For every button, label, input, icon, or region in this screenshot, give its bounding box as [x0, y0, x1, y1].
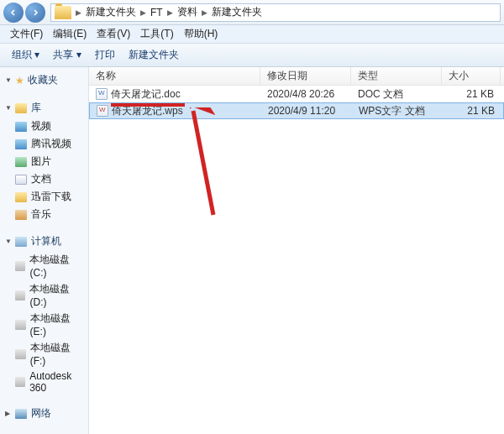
file-row[interactable]: 倚天屠龙记.doc2020/4/8 20:26DOC 文档21 KB — [89, 86, 504, 102]
breadcrumb-segment[interactable]: 资料 — [174, 5, 201, 19]
network-icon — [15, 409, 27, 419]
sidebar-item-label: 图片 — [31, 154, 51, 169]
chevron-down-icon: ▼ — [5, 76, 12, 84]
file-size-cell: 21 KB — [443, 105, 501, 117]
annotation-arrow-icon — [190, 107, 223, 217]
sidebar-item-label: 本地磁盘 (D:) — [29, 282, 83, 308]
item-icon — [15, 175, 27, 185]
sidebar-item[interactable]: 文档 — [0, 170, 88, 188]
column-name[interactable]: 名称 — [89, 67, 260, 85]
sidebar-drive-item[interactable]: 本地磁盘 (C:) — [0, 251, 88, 280]
sidebar-item-label: 本地磁盘 (C:) — [29, 253, 83, 279]
file-size-cell: 21 KB — [442, 88, 501, 100]
file-name-cell: 倚天屠龙记.doc — [89, 87, 260, 102]
sidebar-item-label: 音乐 — [31, 207, 51, 222]
disk-icon — [15, 349, 26, 359]
chevron-right-icon: ▶ — [75, 8, 82, 17]
sidebar-item-label: 视频 — [31, 119, 51, 133]
menu-tools[interactable]: 工具(T) — [135, 27, 178, 41]
sidebar: ▼ ★ 收藏夹 ▼ 库 视频腾讯视频图片文档迅雷下载音乐 ▼ 计算机 本地磁盘 … — [0, 67, 89, 434]
annotation-underline — [111, 103, 185, 107]
toolbar: 组织 ▾ 共享 ▾ 打印 新建文件夹 — [0, 44, 504, 67]
column-size[interactable]: 大小 — [442, 67, 501, 85]
disk-icon — [15, 261, 25, 271]
sidebar-item[interactable]: 视频 — [0, 118, 88, 135]
sidebar-drive-item[interactable]: Autodesk 360 — [0, 369, 88, 395]
menu-edit[interactable]: 编辑(E) — [48, 27, 92, 41]
menu-file[interactable]: 文件(F) — [5, 27, 48, 41]
sidebar-item-label: 本地磁盘 (F:) — [30, 341, 83, 367]
item-icon — [15, 139, 27, 149]
column-type[interactable]: 类型 — [351, 67, 442, 85]
file-date-cell: 2020/4/8 20:26 — [260, 88, 351, 100]
sidebar-item[interactable]: 音乐 — [0, 206, 88, 223]
menu-bar: 文件(F) 编辑(E) 查看(V) 工具(T) 帮助(H) — [0, 25, 504, 44]
file-date-cell: 2020/4/9 11:20 — [261, 105, 352, 117]
sidebar-item-label: 腾讯视频 — [31, 137, 71, 151]
sidebar-item[interactable]: 迅雷下载 — [0, 188, 88, 206]
column-date[interactable]: 修改日期 — [260, 67, 351, 85]
item-icon — [15, 157, 27, 167]
sidebar-item[interactable]: 腾讯视频 — [0, 135, 88, 153]
nav-forward-button[interactable] — [25, 3, 45, 23]
toolbar-organize[interactable]: 组织 ▾ — [5, 48, 46, 62]
chevron-right-icon: ▶ — [5, 410, 12, 417]
sidebar-favorites-label: 收藏夹 — [28, 73, 58, 87]
chevron-down-icon: ▼ — [5, 104, 12, 112]
file-list-pane: 名称 修改日期 类型 大小 倚天屠龙记.doc2020/4/8 20:26DOC… — [89, 67, 504, 434]
toolbar-print[interactable]: 打印 — [88, 48, 122, 62]
toolbar-share[interactable]: 共享 ▾ — [46, 48, 87, 62]
sidebar-computer-label: 计算机 — [31, 234, 61, 248]
breadcrumb-segment[interactable]: FT — [147, 7, 166, 18]
sidebar-drive-item[interactable]: 本地磁盘 (E:) — [0, 310, 88, 339]
breadcrumb-segment[interactable]: 新建文件夹 — [208, 5, 265, 19]
sidebar-favorites[interactable]: ▼ ★ 收藏夹 — [0, 71, 88, 90]
folder-icon — [55, 6, 71, 19]
nav-back-button[interactable] — [3, 3, 24, 23]
sidebar-item-label: 本地磁盘 (E:) — [30, 311, 83, 337]
file-icon — [96, 88, 108, 100]
menu-help[interactable]: 帮助(H) — [179, 27, 223, 41]
chevron-right-icon: ▶ — [166, 8, 174, 17]
file-icon — [97, 105, 108, 117]
breadcrumb-bar: ▶ 新建文件夹 ▶ FT ▶ 资料 ▶ 新建文件夹 — [0, 0, 504, 25]
file-type-cell: DOC 文档 — [351, 87, 442, 102]
sidebar-network[interactable]: ▶ 网络 — [0, 404, 88, 423]
disk-icon — [15, 377, 25, 387]
sidebar-drive-item[interactable]: 本地磁盘 (D:) — [0, 280, 88, 310]
item-icon — [15, 122, 27, 132]
sidebar-drive-item[interactable]: 本地磁盘 (F:) — [0, 339, 88, 369]
disk-icon — [15, 290, 25, 301]
breadcrumb-path[interactable]: ▶ 新建文件夹 ▶ FT ▶ 资料 ▶ 新建文件夹 — [50, 3, 501, 22]
chevron-down-icon: ▼ — [5, 238, 12, 245]
star-icon: ★ — [15, 75, 24, 86]
svg-line-0 — [193, 111, 213, 215]
disk-icon — [15, 320, 26, 330]
column-headers: 名称 修改日期 类型 大小 — [89, 67, 504, 86]
main-area: ▼ ★ 收藏夹 ▼ 库 视频腾讯视频图片文档迅雷下载音乐 ▼ 计算机 本地磁盘 … — [0, 67, 504, 434]
sidebar-item[interactable]: 图片 — [0, 153, 88, 170]
item-icon — [15, 210, 27, 220]
sidebar-item-label: Autodesk 360 — [29, 370, 83, 394]
file-name-label: 倚天屠龙记.doc — [111, 87, 181, 102]
library-icon — [15, 103, 27, 113]
computer-icon — [15, 237, 27, 247]
breadcrumb-segment[interactable]: 新建文件夹 — [82, 5, 139, 19]
file-type-cell: WPS文字 文档 — [352, 104, 443, 118]
sidebar-item-label: 迅雷下载 — [31, 190, 71, 204]
menu-view[interactable]: 查看(V) — [92, 27, 135, 41]
chevron-right-icon: ▶ — [201, 8, 208, 17]
toolbar-newfolder[interactable]: 新建文件夹 — [122, 48, 186, 62]
item-icon — [15, 192, 27, 202]
sidebar-network-label: 网络 — [31, 406, 51, 421]
sidebar-library-label: 库 — [31, 101, 41, 115]
sidebar-library[interactable]: ▼ 库 — [0, 98, 88, 118]
chevron-right-icon: ▶ — [139, 8, 147, 17]
sidebar-computer[interactable]: ▼ 计算机 — [0, 232, 88, 251]
sidebar-item-label: 文档 — [31, 172, 51, 186]
